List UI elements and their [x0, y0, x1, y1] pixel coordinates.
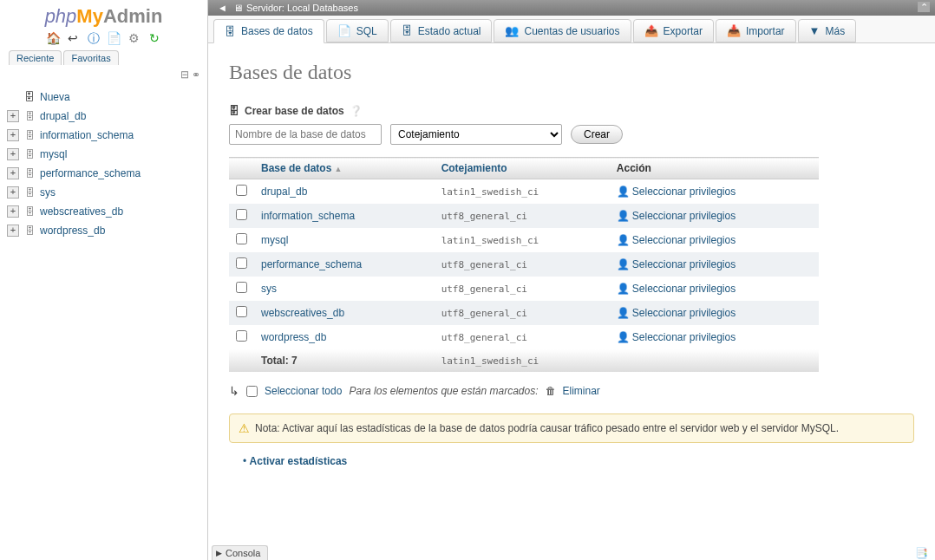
- with-selected-label: Para los elementos que están marcados:: [349, 385, 538, 397]
- row-checkbox[interactable]: [236, 306, 247, 317]
- breadcrumb-server-name[interactable]: Local Databases: [287, 3, 358, 13]
- top-tab[interactable]: 👥Cuentas de usuarios: [494, 19, 631, 42]
- tab-icon: 📄: [337, 24, 351, 37]
- collapse-left-icon[interactable]: ◄: [218, 3, 227, 13]
- top-tab[interactable]: 🗄Estado actual: [390, 19, 493, 42]
- check-all-label[interactable]: Seleccionar todo: [265, 385, 342, 397]
- top-tab[interactable]: 📥Importar: [716, 19, 796, 42]
- db-collation: utf8_general_ci: [435, 301, 610, 325]
- expand-icon[interactable]: +: [7, 225, 19, 237]
- tab-favorites[interactable]: Favoritas: [63, 50, 118, 65]
- db-link[interactable]: mysql: [261, 234, 288, 246]
- row-checkbox[interactable]: [236, 209, 247, 220]
- db-link[interactable]: performance_schema: [261, 258, 362, 270]
- expand-icon[interactable]: +: [7, 148, 19, 160]
- create-section: 🗄 Crear base de datos ❔ Cotejamiento Cre…: [229, 105, 914, 145]
- tree-item[interactable]: +mysql: [7, 145, 200, 164]
- tree-item[interactable]: +performance_schema: [7, 164, 200, 183]
- expand-icon[interactable]: +: [7, 110, 19, 122]
- expand-icon[interactable]: +: [7, 205, 19, 218]
- privileges-link[interactable]: Seleccionar privilegios: [632, 234, 736, 246]
- db-link[interactable]: drupal_db: [261, 186, 307, 198]
- tree-item[interactable]: +information_schema: [7, 126, 200, 145]
- top-tab[interactable]: 📄SQL: [326, 19, 389, 42]
- caret-icon: ▶: [216, 549, 222, 557]
- sidebar: phpMyAdmin 🏠 ↩ ⓘ 📄 ⚙ ↻ Reciente Favorita…: [0, 0, 208, 560]
- enable-stats-link[interactable]: Activar estadísticas: [250, 455, 348, 467]
- logo[interactable]: phpMyAdmin: [0, 0, 207, 29]
- row-checkbox[interactable]: [236, 233, 247, 244]
- db-link[interactable]: sys: [261, 283, 277, 295]
- table-row: sysutf8_general_ci👤Seleccionar privilegi…: [229, 277, 819, 301]
- page-settings-icon[interactable]: 📑: [915, 547, 928, 559]
- top-tab[interactable]: 📤Exportar: [633, 19, 714, 42]
- create-db-icon: 🗄: [229, 105, 239, 117]
- expand-icon[interactable]: +: [7, 186, 19, 199]
- privileges-link[interactable]: Seleccionar privilegios: [632, 307, 736, 319]
- sql-icon[interactable]: 📄: [107, 31, 121, 45]
- privileges-link[interactable]: Seleccionar privilegios: [632, 186, 736, 198]
- tree-item[interactable]: +drupal_db: [7, 107, 200, 126]
- console-button[interactable]: ▶ Consola: [212, 545, 268, 560]
- tree-item[interactable]: +wordpress_db: [7, 221, 200, 240]
- create-button[interactable]: Crear: [571, 125, 623, 144]
- notice-box: ⚠ Nota: Activar aquí las estadísticas de…: [229, 413, 914, 443]
- db-link[interactable]: webscreatives_db: [261, 307, 344, 319]
- help-icon[interactable]: ❔: [350, 105, 363, 117]
- table-total-row: Total: 7 latin1_swedish_ci: [229, 349, 819, 372]
- expand-icon[interactable]: +: [7, 129, 19, 141]
- db-collation: utf8_general_ci: [435, 277, 610, 301]
- row-checkbox[interactable]: [236, 330, 247, 342]
- row-checkbox[interactable]: [236, 282, 247, 293]
- delete-link[interactable]: Eliminar: [563, 385, 600, 397]
- tab-icon: 🗄: [402, 24, 413, 37]
- privileges-link[interactable]: Seleccionar privilegios: [632, 283, 736, 295]
- collapse-top-icon[interactable]: ⌃: [918, 2, 930, 12]
- db-icon: [23, 128, 36, 142]
- reload-icon[interactable]: ↻: [147, 31, 161, 45]
- sort-icon: ▲: [334, 165, 342, 173]
- arrow-up-icon: ↳: [229, 384, 239, 398]
- tab-label: Exportar: [664, 25, 703, 37]
- th-database[interactable]: Base de datos▲: [254, 158, 435, 179]
- tab-icon: 📥: [727, 24, 741, 37]
- db-link[interactable]: information_schema: [261, 210, 355, 222]
- link-icon[interactable]: ⚭: [192, 68, 200, 81]
- privileges-link[interactable]: Seleccionar privilegios: [632, 258, 736, 270]
- total-label: Total: 7: [254, 349, 435, 372]
- tree-label: drupal_db: [40, 110, 86, 122]
- row-checkbox[interactable]: [236, 185, 247, 196]
- tree-label: performance_schema: [40, 167, 141, 179]
- tree-new[interactable]: 🗄 Nueva: [7, 88, 200, 107]
- privileges-icon: 👤: [617, 258, 630, 270]
- tab-recent[interactable]: Reciente: [9, 50, 62, 65]
- docs-icon[interactable]: ⓘ: [87, 31, 101, 45]
- collation-select[interactable]: Cotejamiento: [390, 124, 562, 145]
- db-link[interactable]: wordpress_db: [261, 331, 326, 343]
- home-icon[interactable]: 🏠: [46, 31, 60, 45]
- db-collation: utf8_general_ci: [435, 252, 610, 277]
- db-name-input[interactable]: [229, 124, 382, 145]
- console-bar: ▶ Consola 📑: [208, 545, 935, 560]
- db-icon: [23, 205, 36, 218]
- tab-label: Estado actual: [418, 25, 481, 37]
- privileges-link[interactable]: Seleccionar privilegios: [632, 331, 736, 343]
- sidebar-tabs: Reciente Favoritas: [0, 50, 207, 65]
- tree-item[interactable]: +sys: [7, 183, 200, 202]
- logout-icon[interactable]: ↩: [66, 31, 80, 45]
- th-collation[interactable]: Cotejamiento: [435, 158, 610, 179]
- expand-icon[interactable]: +: [7, 167, 19, 179]
- privileges-link[interactable]: Seleccionar privilegios: [632, 210, 736, 222]
- top-tab[interactable]: ▼Más: [798, 19, 857, 42]
- check-all[interactable]: [246, 386, 258, 397]
- db-collation: latin1_swedish_ci: [435, 179, 610, 205]
- db-icon: [23, 224, 36, 238]
- tree-label: webscreatives_db: [40, 205, 123, 218]
- collapse-icon[interactable]: ⊟: [180, 68, 189, 81]
- top-tab[interactable]: 🗄Bases de datos: [213, 19, 324, 43]
- th-action: Acción: [610, 158, 819, 179]
- table-row: performance_schemautf8_general_ci👤Selecc…: [229, 252, 819, 277]
- settings-icon[interactable]: ⚙: [128, 31, 141, 45]
- tree-item[interactable]: +webscreatives_db: [7, 202, 200, 221]
- row-checkbox[interactable]: [236, 257, 247, 269]
